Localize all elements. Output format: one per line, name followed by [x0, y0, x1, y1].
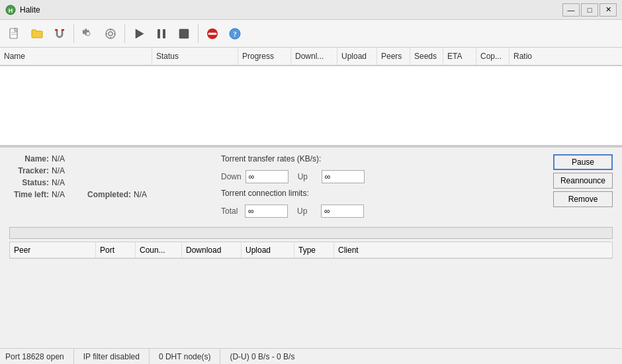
- col-progress[interactable]: Progress: [238, 48, 291, 65]
- timeleft-row: Time left: N/A Completed: N/A: [9, 190, 208, 199]
- col-eta[interactable]: ETA: [443, 48, 476, 65]
- down-row: Down Up: [221, 170, 544, 183]
- up-label: Up: [298, 172, 318, 181]
- svg-rect-16: [157, 29, 160, 38]
- transfer-title: Torrent transfer rates (KB/s):: [221, 154, 544, 163]
- svg-rect-18: [179, 29, 189, 38]
- preferences-icon: [104, 27, 117, 40]
- remove-torrent-btn[interactable]: [202, 23, 223, 44]
- status-port: Port 18628 open: [5, 349, 74, 364]
- tracker-value: N/A: [52, 166, 65, 175]
- detail-info: Name: N/A Tracker: N/A Status: N/A Time …: [9, 154, 208, 218]
- status-label: Status:: [9, 178, 49, 187]
- separator-2: [124, 24, 125, 43]
- svg-point-8: [86, 32, 90, 36]
- svg-rect-17: [163, 29, 165, 38]
- detail-wrapper: Name: N/A Tracker: N/A Status: N/A Time …: [0, 146, 622, 263]
- col-peers[interactable]: Peers: [377, 48, 410, 65]
- col-copied[interactable]: Cop...: [476, 48, 510, 65]
- settings-btn[interactable]: [77, 23, 99, 44]
- peer-section: Peer Port Coun... Download Upload Type: [9, 242, 613, 259]
- open-file-icon: [8, 27, 21, 40]
- separator-1: [73, 24, 74, 43]
- open-file-btn[interactable]: [4, 23, 25, 44]
- col-seeds[interactable]: Seeds: [410, 48, 443, 65]
- status-row: Status: N/A: [9, 178, 208, 187]
- status-dht: 0 DHT node(s): [150, 349, 220, 364]
- peer-col-upload[interactable]: Upload: [242, 242, 294, 257]
- reannounce-action-btn[interactable]: Reannounce: [553, 173, 613, 189]
- total-label: Total: [221, 206, 241, 216]
- minimize-btn[interactable]: —: [562, 3, 580, 17]
- close-btn[interactable]: ✕: [600, 3, 617, 17]
- name-value: N/A: [52, 154, 65, 163]
- pause-icon: [155, 27, 168, 40]
- timeleft-label: Time left:: [9, 190, 49, 199]
- stop-icon: [177, 27, 191, 40]
- conn-up-input[interactable]: [321, 205, 364, 218]
- timeleft-value: N/A: [52, 190, 65, 199]
- peer-col-port[interactable]: Port: [96, 242, 136, 257]
- peer-col-country[interactable]: Coun...: [136, 242, 182, 257]
- settings-icon: [81, 27, 95, 40]
- open-folder-icon: [30, 27, 44, 40]
- peer-col-type[interactable]: Type: [294, 242, 334, 257]
- action-buttons: Pause Reannounce Remove: [553, 154, 613, 218]
- name-row: Name: N/A: [9, 154, 208, 163]
- maximize-btn[interactable]: □: [581, 3, 598, 17]
- transfer-section: Torrent transfer rates (KB/s): Down Up T…: [221, 154, 544, 218]
- col-ratio[interactable]: Ratio: [510, 48, 622, 65]
- name-label: Name:: [9, 154, 49, 163]
- preferences-btn[interactable]: [100, 23, 121, 44]
- separator-3: [198, 24, 199, 43]
- remove-action-btn[interactable]: Remove: [553, 191, 613, 207]
- col-status[interactable]: Status: [152, 48, 238, 65]
- total-input[interactable]: [245, 205, 288, 218]
- peer-col-client[interactable]: Client: [334, 242, 612, 257]
- completed-label: Completed:: [87, 190, 131, 199]
- app-icon: H: [5, 5, 16, 15]
- tracker-row: Tracker: N/A: [9, 166, 208, 175]
- resume-btn[interactable]: [128, 23, 150, 44]
- col-download[interactable]: Downl...: [291, 48, 337, 65]
- toolbar: ?: [0, 20, 622, 48]
- resume-icon: [132, 27, 146, 40]
- tracker-label: Tracker:: [9, 166, 49, 175]
- status-ip-filter: IP filter disabled: [74, 349, 150, 364]
- col-upload[interactable]: Upload: [337, 48, 377, 65]
- detail-panel: Name: N/A Tracker: N/A Status: N/A Time …: [0, 147, 622, 224]
- svg-point-10: [109, 32, 112, 36]
- completed-group: Completed: N/A: [87, 190, 147, 199]
- col-name[interactable]: Name: [0, 48, 152, 65]
- titlebar-left: H Halite: [5, 5, 40, 15]
- status-value: N/A: [52, 178, 65, 187]
- pause-btn[interactable]: [151, 23, 172, 44]
- svg-rect-6: [55, 29, 58, 31]
- help-btn[interactable]: ?: [224, 23, 245, 44]
- open-folder-btn[interactable]: [26, 23, 48, 44]
- down-label: Down: [221, 172, 242, 181]
- peer-column-headers: Peer Port Coun... Download Upload Type: [10, 242, 612, 258]
- down-input[interactable]: [245, 170, 289, 183]
- pause-action-btn[interactable]: Pause: [553, 154, 613, 170]
- peer-col-peer[interactable]: Peer: [10, 242, 96, 257]
- magnet-btn[interactable]: [49, 23, 70, 44]
- peer-col-download[interactable]: Download: [182, 242, 242, 257]
- app-title: Halite: [20, 5, 40, 15]
- svg-rect-3: [15, 28, 17, 31]
- svg-point-9: [106, 29, 115, 38]
- help-icon: ?: [228, 27, 242, 40]
- svg-marker-15: [136, 29, 144, 38]
- stop-btn[interactable]: [173, 23, 195, 44]
- up-input[interactable]: [322, 170, 365, 183]
- status-transfer: (D-U) 0 B/s - 0 B/s: [220, 349, 304, 364]
- main-content: Name: N/A Tracker: N/A Status: N/A Time …: [0, 66, 622, 348]
- remove-icon: [206, 27, 219, 40]
- torrent-list[interactable]: [0, 66, 622, 146]
- svg-rect-7: [62, 29, 64, 31]
- titlebar: H Halite — □ ✕: [0, 0, 622, 20]
- connection-title: Torrent connection limits:: [221, 189, 544, 198]
- column-headers: Name Status Progress Downl... Upload Pee…: [0, 48, 622, 66]
- conn-up-label: Up: [297, 206, 317, 216]
- completed-value: N/A: [134, 190, 147, 199]
